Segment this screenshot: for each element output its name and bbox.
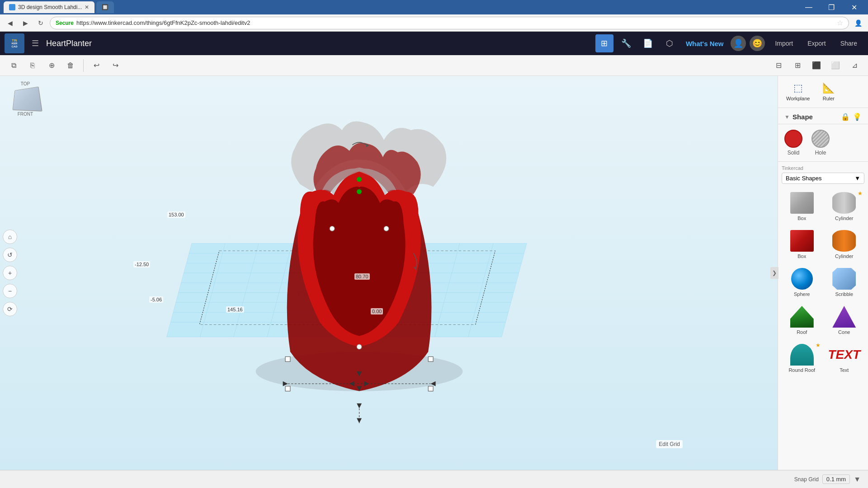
shape-item-cylinder-orange[interactable]: Cylinder <box>824 226 865 263</box>
svg-line-9 <box>200 244 225 337</box>
back-btn[interactable]: ◀ <box>4 17 16 29</box>
round-roof-star: ★ <box>816 342 821 348</box>
mirror-btn[interactable]: ⊞ <box>789 57 806 74</box>
shape-item-scribble[interactable]: Scribble <box>824 264 865 300</box>
secure-badge: Secure <box>56 20 74 26</box>
align-btn[interactable]: ⊟ <box>770 57 787 74</box>
shape-box-red-label: Box <box>797 253 806 259</box>
panel-expand-btn[interactable]: ❯ <box>770 267 778 279</box>
paste-btn[interactable]: ⎘ <box>24 57 41 74</box>
zoom-in-btn[interactable]: + <box>3 266 17 280</box>
refresh-btn[interactable]: ↻ <box>34 17 47 29</box>
shape-sphere-icon <box>791 268 813 290</box>
shape-item-box-gray[interactable]: Box <box>782 188 822 225</box>
shape-cylinder-orange-label: Cylinder <box>835 253 853 259</box>
rotate-btn[interactable]: ⟳ <box>3 302 17 316</box>
hamburger-menu[interactable]: ☰ <box>28 37 42 50</box>
project-name[interactable]: HeartPlanter <box>46 39 92 48</box>
svg-marker-32 <box>357 371 362 376</box>
shape-item-cylinder-gray[interactable]: ★ Cylinder <box>824 188 865 225</box>
svg-line-14 <box>368 244 392 337</box>
solid-option[interactable]: Solid <box>784 130 802 156</box>
forward-btn[interactable]: ▶ <box>19 17 32 29</box>
address-box[interactable]: Secure https://www.tinkercad.com/things/… <box>50 17 849 29</box>
group-btn[interactable]: ⬛ <box>808 57 825 74</box>
main-area: TOP FRONT ⌂ ↺ + − ⟳ <box>0 76 868 470</box>
shape-item-text[interactable]: TEXT Text <box>824 340 865 376</box>
hole-circle <box>811 130 830 148</box>
zoom-out-btn[interactable]: − <box>3 284 17 298</box>
hole-option[interactable]: Hole <box>811 130 830 156</box>
cube-front-label: FRONT <box>7 112 43 117</box>
undo-btn[interactable]: ↩ <box>88 57 104 74</box>
cube-top-label: TOP <box>7 81 43 86</box>
address-bar: ◀ ▶ ↻ Secure https://www.tinkercad.com/t… <box>0 14 868 32</box>
cube-body[interactable] <box>13 86 42 111</box>
svg-line-17 <box>468 244 493 337</box>
ungroup-btn[interactable]: ⬜ <box>827 57 844 74</box>
logo-text: TIN <box>12 39 17 42</box>
shape-round-roof-icon <box>790 344 814 366</box>
bookmark-star[interactable]: ☆ <box>837 19 843 27</box>
user-profile-btn[interactable]: 👤 <box>731 36 746 51</box>
copy-btn[interactable]: ⧉ <box>5 57 22 74</box>
shape-item-box-red[interactable]: Box <box>782 226 822 263</box>
share-btn[interactable]: Share <box>834 37 863 50</box>
edit-grid-hint[interactable]: Edit Grid <box>656 440 683 448</box>
simulate-btn[interactable]: ⬡ <box>660 34 679 52</box>
app-toolbar: TIN KER CAD ☰ HeartPlanter ⊞ 🔧 📄 ⬡ What'… <box>0 32 868 55</box>
viewport[interactable]: TOP FRONT ⌂ ↺ + − ⟳ <box>0 76 778 470</box>
light-icon[interactable]: 💡 <box>853 113 862 121</box>
shape-item-roof[interactable]: Roof <box>782 302 822 338</box>
home-view-btn[interactable]: ⌂ <box>3 230 17 244</box>
flip-btn[interactable]: ⊿ <box>846 57 863 74</box>
tinkercad-logo[interactable]: TIN KER CAD <box>5 33 24 53</box>
shape-cylinder-gray-label: Cylinder <box>835 216 853 221</box>
design-btn[interactable]: 🔧 <box>617 34 635 52</box>
svg-rect-0 <box>167 244 527 337</box>
shape-item-sphere[interactable]: Sphere <box>782 264 822 300</box>
shape-item-cone[interactable]: Cone <box>824 302 865 338</box>
svg-line-11 <box>267 244 292 337</box>
shape-cylinder-orange-icon <box>832 230 856 252</box>
shape-cone-label: Cone <box>838 329 850 335</box>
shape-panel-arrow[interactable]: ▼ <box>784 114 790 120</box>
snap-grid-toggle[interactable]: ▼ <box>854 475 861 483</box>
svg-rect-26 <box>285 357 290 361</box>
close-btn[interactable]: ✕ <box>844 0 864 14</box>
svg-marker-39 <box>357 404 362 408</box>
import-btn[interactable]: Import <box>769 37 799 50</box>
shape-roof-label: Roof <box>797 329 807 335</box>
dim-label-2: -12.50 <box>133 261 150 267</box>
export-btn[interactable]: Export <box>801 37 832 50</box>
delete-btn[interactable]: 🗑 <box>62 57 79 74</box>
redo-btn[interactable]: ↪ <box>107 57 123 74</box>
dim-label-3: -5.06 <box>149 296 163 303</box>
shapes-category-select[interactable]: Basic Shapes ▼ <box>782 173 864 184</box>
orbit-btn[interactable]: ↺ <box>3 248 17 262</box>
view-cube[interactable]: TOP FRONT <box>7 81 43 117</box>
ruler-btn[interactable]: 📐 Ruler <box>818 80 839 104</box>
grid-view-btn[interactable]: ⊞ <box>595 34 613 52</box>
svg-line-16 <box>434 244 459 337</box>
active-tab[interactable]: 3D design Smooth Lahdi... ✕ <box>4 1 94 13</box>
inactive-tab[interactable]: 🔲 <box>96 1 114 13</box>
snap-grid-value[interactable]: 0.1 mm <box>822 474 850 484</box>
shape-item-round-roof[interactable]: ★ Round Roof <box>782 340 822 376</box>
tab-close-btn[interactable]: ✕ <box>85 4 89 10</box>
logo-text2: KER <box>12 42 18 45</box>
minimize-btn[interactable]: — <box>798 0 819 14</box>
code-btn[interactable]: 📄 <box>639 34 657 52</box>
lock-icon[interactable]: 🔒 <box>841 113 850 121</box>
profile-btn[interactable]: 👤 <box>852 17 864 29</box>
svg-point-25 <box>357 344 362 349</box>
workplane-btn[interactable]: ⬚ Workplane <box>782 80 814 104</box>
shape-text-icon: TEXT <box>832 344 856 366</box>
restore-btn[interactable]: ❐ <box>821 0 842 14</box>
shape-roof-icon <box>790 306 814 328</box>
user-avatar[interactable]: 😊 <box>750 36 765 51</box>
shape-scribble-icon <box>832 268 856 290</box>
whats-new-btn[interactable]: What's New <box>682 38 727 49</box>
url-text: https://www.tinkercad.com/things/6gtFfnK… <box>76 19 250 26</box>
duplicate-btn[interactable]: ⊕ <box>43 57 60 74</box>
